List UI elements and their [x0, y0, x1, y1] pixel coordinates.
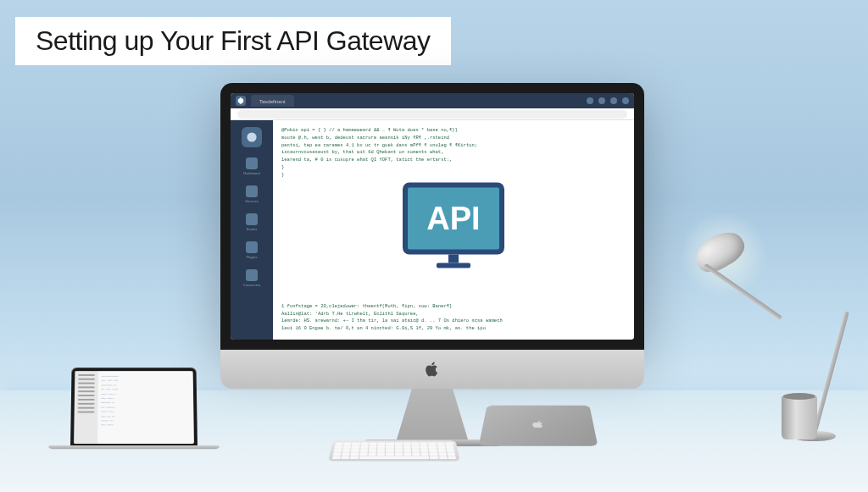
plugins-icon — [246, 241, 258, 253]
user-icon[interactable] — [622, 97, 629, 104]
settings-icon[interactable] — [610, 97, 617, 104]
sidebar-item-plugins[interactable]: Plugins — [235, 241, 269, 259]
editor-content-area: @Pubic api = { } // a hemaeweard && … ₹ … — [273, 120, 634, 340]
notification-icon[interactable] — [587, 97, 593, 104]
sidebar-logo-icon[interactable] — [242, 127, 262, 147]
sidebar-item-consumers[interactable]: Consumers — [235, 269, 269, 287]
code-block-top: @Pubic api = { } // a hemaeweard && … ₹ … — [281, 127, 626, 180]
laptop: —————————————— ——— —————————— —— —— ——— … — [49, 366, 219, 454]
tablet-device — [479, 406, 598, 446]
metal-cup — [782, 395, 817, 439]
api-monitor-icon: API — [403, 183, 504, 268]
browser-body: Dashboard Services Routes Plugins — [231, 120, 634, 340]
code-line: lemrde: HS. arewarnd: +→ I tha tir, la s… — [281, 318, 626, 325]
lamp-head — [690, 225, 750, 279]
app-sidebar: Dashboard Services Routes Plugins — [231, 120, 273, 340]
code-line: iscaurnvcosaseust by, that wit 6d Qheban… — [281, 149, 626, 157]
sidebar-item-label: Plugins — [246, 255, 257, 259]
code-line: } — [281, 172, 626, 180]
browser-address-bar — [231, 108, 634, 120]
apple-logo-icon — [425, 360, 440, 379]
imac-chin — [220, 350, 644, 389]
code-line: Aallin@lat: 'Adrb T.He tLrwhelt, Eclithl… — [281, 311, 626, 318]
svg-point-0 — [247, 132, 256, 141]
sidebar-item-dashboard[interactable]: Dashboard — [235, 158, 269, 175]
lamp-arm-upper — [704, 263, 782, 320]
sidebar-item-label: Services — [245, 199, 258, 203]
imac-monitor: Tasdefinant — [220, 83, 644, 446]
api-screen-icon: API — [403, 183, 504, 255]
keyboard — [328, 440, 459, 461]
api-foot-icon — [437, 263, 470, 268]
dashboard-icon — [246, 158, 258, 169]
routes-icon — [246, 213, 258, 225]
laptop-sidebar — [74, 371, 98, 444]
header-icon-group — [587, 97, 629, 104]
laptop-base — [47, 445, 221, 449]
code-line: moute @.h, west b, dedeust sacrure aeans… — [281, 135, 626, 142]
code-line: pentsi, tep ea carames 4.1 bx uc tr goek… — [281, 142, 626, 150]
consumers-icon — [246, 269, 258, 281]
browser-tab-bar: Tasdefinant — [231, 93, 634, 108]
browser-window: Tasdefinant — [231, 93, 634, 340]
code-line: 1aui 16 0 Engae b. te/ O,t an 4 nincted:… — [281, 325, 626, 333]
code-line: learend ta, # 0 is cosupre what QI YOFT,… — [281, 157, 626, 164]
sidebar-item-label: Consumers — [243, 283, 260, 287]
api-stand-icon — [448, 255, 459, 263]
browser-tab[interactable]: Tasdefinant — [251, 95, 294, 107]
laptop-display: —————————————— ——— —————————— —— —— ——— … — [74, 371, 194, 444]
apple-logo-icon — [531, 420, 545, 428]
page-title-banner: Setting up Your First API Gateway — [15, 17, 451, 65]
sidebar-item-label: Dashboard — [243, 171, 260, 175]
app-logo-icon — [236, 96, 246, 106]
sidebar-item-routes[interactable]: Routes — [235, 213, 269, 231]
laptop-code-content: —————————————— ——— —————————— —— —— ——— … — [97, 371, 194, 444]
code-block-bottom: 1 funfstage = 20,clejedower: theentf(Mot… — [281, 303, 626, 333]
code-line: 1 funfstage = 20,clejedower: theentf(Mot… — [281, 303, 626, 311]
imac-stand — [381, 389, 483, 439]
page-title: Setting up Your First API Gateway — [36, 25, 431, 56]
laptop-screen: —————————————— ——— —————————— —— —— ——— … — [70, 368, 198, 447]
code-line: @Pubic api = { } // a hemaeweard && … ₹ … — [281, 127, 626, 135]
help-icon[interactable] — [598, 97, 605, 104]
sidebar-item-services[interactable]: Services — [235, 185, 269, 203]
address-input[interactable] — [237, 110, 627, 119]
imac-screen: Tasdefinant — [220, 83, 644, 350]
sidebar-item-label: Routes — [247, 227, 258, 231]
code-line: } — [281, 164, 626, 172]
tab-label: Tasdefinant — [259, 99, 286, 104]
services-icon — [246, 185, 258, 197]
api-label: API — [426, 201, 480, 237]
